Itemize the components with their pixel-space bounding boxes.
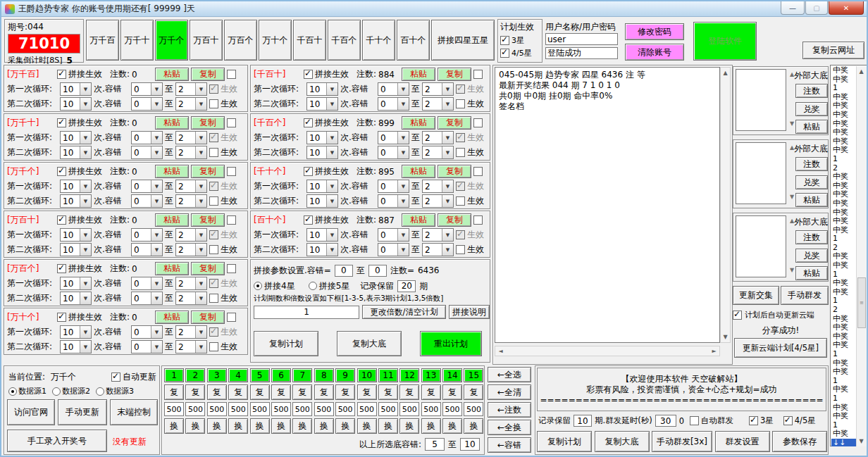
update-intersection-button[interactable]: 更新交集 xyxy=(733,286,779,305)
scroll-up-icon[interactable]: ▲ xyxy=(721,68,730,77)
err-from-select[interactable]: 0▼ xyxy=(131,146,163,159)
splice-effective-checkbox[interactable] xyxy=(57,70,66,79)
effective-checkbox[interactable] xyxy=(209,196,218,206)
record-keep-input[interactable] xyxy=(397,280,416,292)
win-list-item[interactable]: 中奖 xyxy=(831,412,858,421)
extern-paste-button[interactable]: 粘贴 xyxy=(795,120,828,134)
loop2-count-select[interactable]: 10▼ xyxy=(60,243,92,256)
column-value-input[interactable]: 500 xyxy=(464,402,483,416)
err-to-select[interactable]: 2▼ xyxy=(422,131,454,144)
effective-checkbox[interactable] xyxy=(456,182,465,191)
err-to-select[interactable]: 2▼ xyxy=(422,146,454,159)
effective-checkbox[interactable] xyxy=(209,99,218,108)
clear-all-button[interactable]: ←全清 xyxy=(488,384,531,400)
extern-paste-button[interactable]: 粘贴 xyxy=(795,266,828,280)
column-swap-button[interactable]: 换 xyxy=(314,418,334,434)
plan-45star-checkbox[interactable]: 4/5星 xyxy=(500,48,540,58)
paste-button[interactable]: 粘贴 xyxy=(155,165,189,178)
update-clear-plan-button[interactable]: 更改倍数/清空计划 xyxy=(362,305,446,319)
tolerance-button[interactable]: ←容错 xyxy=(488,437,531,453)
err-to-select[interactable]: 2▼ xyxy=(422,180,454,193)
column-value-input[interactable]: 500 xyxy=(357,402,377,416)
copy-button[interactable]: 复制 xyxy=(438,165,471,178)
spin-down-icon[interactable]: ▼ xyxy=(790,267,794,273)
select-checkbox[interactable] xyxy=(473,118,483,127)
paste-button[interactable]: 粘贴 xyxy=(155,116,189,130)
select-checkbox[interactable] xyxy=(473,167,483,176)
err-from-select[interactable]: 0▼ xyxy=(378,82,409,96)
err-from-select[interactable]: 0▼ xyxy=(131,82,163,96)
err-from-select[interactable]: 0▼ xyxy=(131,277,163,290)
loop2-count-select[interactable]: 10▼ xyxy=(60,292,92,305)
extern-redeem-button[interactable]: 兑奖 xyxy=(795,175,828,189)
extern-redeem-button[interactable]: 兑奖 xyxy=(795,249,828,263)
spin-down-icon[interactable]: ▼ xyxy=(790,194,794,200)
username-input[interactable] xyxy=(545,33,618,45)
loop1-count-select[interactable]: 10▼ xyxy=(60,82,92,96)
scroll-up-icon[interactable]: ▲ xyxy=(857,67,866,76)
data-source-radio-2[interactable]: 数据源2 xyxy=(52,386,90,396)
number-button[interactable]: 15 xyxy=(464,368,483,382)
copy-button[interactable]: 复制 xyxy=(191,165,225,178)
extern-count-button[interactable]: 注数 xyxy=(795,84,828,98)
column-value-input[interactable]: 500 xyxy=(207,402,227,416)
number-button[interactable]: 1 xyxy=(164,368,184,382)
err-to-select[interactable]: 2▼ xyxy=(422,228,454,242)
effective-checkbox[interactable] xyxy=(456,99,465,108)
column-swap-button[interactable]: 换 xyxy=(421,418,441,434)
effective-checkbox[interactable] xyxy=(456,245,465,254)
loop2-count-select[interactable]: 10▼ xyxy=(306,97,338,111)
err-from-select[interactable]: 0▼ xyxy=(131,325,163,339)
effective-checkbox[interactable] xyxy=(209,294,218,303)
splice-effective-checkbox[interactable] xyxy=(304,118,313,127)
swap-all-button[interactable]: ←全换 xyxy=(488,420,531,435)
copy-button[interactable]: 复制 xyxy=(438,213,471,227)
loop2-count-select[interactable]: 10▼ xyxy=(60,97,92,111)
column-copy-button[interactable]: 复 xyxy=(164,384,184,400)
select-checkbox[interactable] xyxy=(227,118,236,127)
err-to-select[interactable]: 2▼ xyxy=(422,97,454,111)
err-to-select[interactable]: 2▼ xyxy=(175,292,207,305)
win-list-item[interactable]: 中奖 xyxy=(831,66,858,75)
win-list-item[interactable]: 中奖 xyxy=(831,111,858,120)
column-copy-button[interactable]: 复 xyxy=(442,384,462,400)
loop1-count-select[interactable]: 10▼ xyxy=(306,82,338,96)
effective-checkbox[interactable] xyxy=(209,133,218,142)
effective-checkbox[interactable] xyxy=(209,182,218,191)
splice-45-tab-button[interactable]: 拼接四星五星 xyxy=(431,20,495,61)
column-swap-button[interactable]: 换 xyxy=(250,418,270,434)
copy-button[interactable]: 复制 xyxy=(438,116,471,130)
tolerance-to-input[interactable] xyxy=(368,265,387,277)
splice-effective-checkbox[interactable] xyxy=(304,70,313,79)
tab-8[interactable]: 千百个 xyxy=(328,20,361,61)
result-vscrollbar[interactable]: ▲ ▼ xyxy=(720,67,731,343)
tab-10[interactable]: 百十个 xyxy=(397,20,430,61)
splice-4star-radio[interactable]: 拼接4星 xyxy=(254,280,295,292)
splice-effective-checkbox[interactable] xyxy=(57,118,66,127)
err-from-select[interactable]: 0▼ xyxy=(378,146,409,159)
number-button[interactable]: 9 xyxy=(335,368,355,382)
number-button[interactable]: 12 xyxy=(399,368,419,382)
tab-4[interactable]: 万百十 xyxy=(190,20,223,61)
number-button[interactable]: 6 xyxy=(271,368,291,382)
effective-checkbox[interactable] xyxy=(456,230,465,239)
extern-base-textarea[interactable] xyxy=(736,142,786,204)
win-list-item[interactable]: 1 xyxy=(831,155,858,164)
select-checkbox[interactable] xyxy=(227,167,236,176)
paste-button[interactable]: 粘贴 xyxy=(402,165,435,178)
splice-effective-checkbox[interactable] xyxy=(57,313,66,322)
regen-plan-button[interactable]: 重出计划 xyxy=(420,331,482,356)
number-button[interactable]: 11 xyxy=(378,368,398,382)
save-params-button[interactable]: 参数保存 xyxy=(772,431,827,452)
tab-3[interactable]: 万千个 xyxy=(155,20,188,61)
clear-account-button[interactable]: 清除账号 xyxy=(625,44,684,61)
auto-cloud-checkbox[interactable]: 计划后自动更新云端 xyxy=(733,310,814,320)
scroll-down-icon[interactable]: ▼ xyxy=(857,437,866,446)
column-copy-button[interactable]: 复 xyxy=(207,384,227,400)
win-list-item[interactable]: 中奖 xyxy=(831,128,858,137)
scroll-left-icon[interactable]: ◄ xyxy=(496,346,505,356)
column-value-input[interactable]: 500 xyxy=(421,402,441,416)
paste-button[interactable]: 粘贴 xyxy=(402,213,435,227)
data-source-radio-3[interactable]: 数据源3 xyxy=(96,386,134,396)
select-checkbox[interactable] xyxy=(227,264,236,273)
